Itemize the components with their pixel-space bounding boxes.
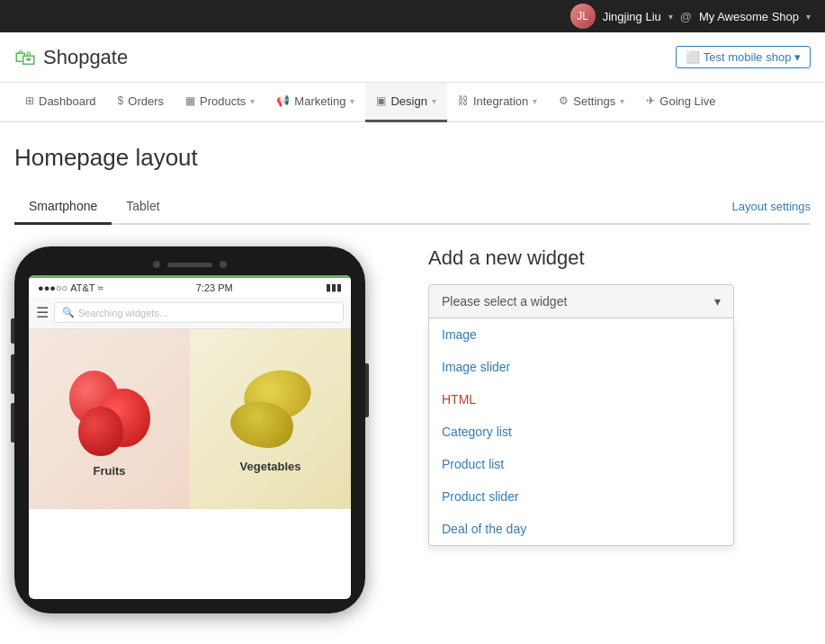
dropdown-item-deal-of-the-day[interactable]: Deal of the day [429, 513, 733, 545]
wifi-icon: ≈ [98, 282, 103, 293]
shop-name: My Awesome Shop [699, 10, 799, 23]
dropdown-item-html[interactable]: HTML [429, 383, 733, 416]
page-content: Homepage layout Smartphone Tablet Layout… [0, 122, 825, 635]
tabs-bar: Smartphone Tablet Layout settings [14, 190, 811, 225]
nav-dashboard[interactable]: ⊞ Dashboard [14, 83, 107, 122]
dropdown-item-product-slider[interactable]: Product slider [429, 480, 733, 513]
tab-smartphone[interactable]: Smartphone [14, 190, 112, 225]
phone-outer: ●●●○○ AT&T ≈ 7:23 PM ▮▮▮ ☰ 🔍 Searching w… [14, 246, 365, 613]
widget-select-button[interactable]: Please select a widget ▾ [428, 284, 734, 318]
test-mobile-link[interactable]: ⬜ Test mobile shop ▾ [676, 46, 811, 68]
dropdown-item-image[interactable]: Image [429, 318, 733, 351]
widget-dropdown-menu: Image Image slider HTML Category list Pr… [428, 318, 734, 546]
marketing-chevron: ▾ [350, 96, 354, 106]
dashboard-icon: ⊞ [25, 94, 34, 107]
phone-nav-bar: ☰ 🔍 Searching widgets... [29, 297, 351, 329]
nav-settings-label: Settings [573, 94, 615, 108]
phone-search-bar[interactable]: 🔍 Searching widgets... [54, 302, 344, 323]
tab-tablet[interactable]: Tablet [112, 190, 174, 225]
nav-integration-label: Integration [473, 94, 528, 108]
nav-marketing[interactable]: 📢 Marketing ▾ [265, 83, 365, 122]
phone-camera [153, 261, 160, 268]
nav-marketing-label: Marketing [294, 94, 345, 108]
widget-panel: Add a new widget Please select a widget … [428, 246, 811, 613]
logo-text: Shopgate [43, 46, 128, 69]
phone-mockup-container: ●●●○○ AT&T ≈ 7:23 PM ▮▮▮ ☰ 🔍 Searching w… [14, 246, 392, 613]
veg-label: Vegetables [240, 460, 301, 473]
status-left: ●●●○○ AT&T ≈ [38, 282, 103, 293]
user-menu[interactable]: JL Jingjing Liu ▾ @ My Awesome Shop ▾ [570, 4, 811, 29]
widget-select-wrapper: Please select a widget ▾ Image Image sli… [428, 284, 734, 546]
settings-icon: ⚙ [559, 94, 569, 107]
fruits-label: Fruits [93, 464, 125, 478]
integration-icon: ⛓ [458, 94, 469, 107]
product-cell-veg: Vegetables [190, 329, 351, 509]
widget-select-placeholder: Please select a widget [442, 294, 567, 309]
nav-products[interactable]: ▦ Products ▾ [175, 83, 265, 122]
nav-going-live[interactable]: ✈ Going Live [635, 83, 726, 122]
signal-dots: ●●●○○ [38, 282, 67, 293]
main-nav: ⊞ Dashboard $ Orders ▦ Products ▾ 📢 Mark… [0, 83, 825, 122]
apple-3 [78, 407, 123, 456]
status-time: 7:23 PM [196, 282, 233, 293]
nav-orders-label: Orders [128, 94, 164, 108]
phone-content: Fruits Vegetables [29, 329, 351, 509]
design-icon: ▣ [376, 94, 386, 107]
battery-icon: ▮▮▮ [326, 282, 342, 293]
dropdown-item-category-list[interactable]: Category list [429, 416, 733, 448]
avatar: JL [570, 4, 596, 29]
fruits-image [65, 362, 155, 461]
username: Jingjing Liu [603, 10, 661, 23]
nav-dashboard-label: Dashboard [39, 94, 96, 108]
phone-side-btn-power [365, 363, 369, 417]
design-chevron: ▾ [432, 96, 436, 106]
nav-orders[interactable]: $ Orders [107, 83, 175, 122]
shop-chevron: ▾ [806, 12, 811, 22]
logo: 🛍 Shopgate [14, 45, 128, 70]
user-chevron: ▾ [668, 12, 673, 22]
phone-screen: ●●●○○ AT&T ≈ 7:23 PM ▮▮▮ ☰ 🔍 Searching w… [29, 275, 351, 599]
nav-design[interactable]: ▣ Design ▾ [365, 83, 446, 122]
nav-integration[interactable]: ⛓ Integration ▾ [447, 83, 548, 122]
page-title: Homepage layout [14, 144, 811, 172]
products-icon: ▦ [185, 94, 195, 107]
dropdown-item-product-list[interactable]: Product list [429, 448, 733, 480]
phone-side-btn-vol-down [11, 403, 14, 443]
tab-list: Smartphone Tablet [14, 190, 175, 223]
phone-top-bar [29, 261, 351, 268]
search-placeholder-text: Searching widgets... [78, 308, 167, 318]
settings-chevron: ▾ [620, 96, 624, 106]
phone-side-btn-mute [11, 318, 14, 344]
integration-chevron: ▾ [533, 96, 537, 106]
widget-title: Add a new widget [428, 246, 811, 270]
dropdown-item-image-slider[interactable]: Image slider [429, 351, 733, 383]
phone-camera-2 [220, 261, 227, 268]
layout-settings-link[interactable]: Layout settings [732, 191, 811, 222]
search-icon: 🔍 [62, 307, 75, 318]
product-cell-fruits: Fruits [29, 329, 190, 509]
marketing-icon: 📢 [276, 94, 290, 107]
nav-products-label: Products [200, 94, 246, 108]
phone-speaker [167, 263, 212, 267]
widget-select-chevron: ▾ [714, 294, 721, 309]
going-live-icon: ✈ [646, 94, 655, 107]
header: 🛍 Shopgate ⬜ Test mobile shop ▾ [0, 32, 825, 83]
main-area: ●●●○○ AT&T ≈ 7:23 PM ▮▮▮ ☰ 🔍 Searching w… [14, 225, 811, 635]
nav-design-label: Design [390, 94, 426, 108]
products-chevron: ▾ [250, 96, 255, 106]
carrier: AT&T [70, 282, 94, 293]
top-bar: JL Jingjing Liu ▾ @ My Awesome Shop ▾ [0, 0, 825, 32]
hamburger-icon: ☰ [36, 304, 49, 321]
veg-image [221, 366, 320, 456]
phone-status-bar: ●●●○○ AT&T ≈ 7:23 PM ▮▮▮ [29, 278, 351, 297]
phone-side-btn-vol-up [11, 354, 14, 394]
nav-settings[interactable]: ⚙ Settings ▾ [548, 83, 635, 122]
logo-icon: 🛍 [14, 45, 36, 70]
at-symbol: @ [680, 10, 692, 23]
orders-icon: $ [118, 94, 124, 107]
nav-going-live-label: Going Live [659, 94, 715, 108]
